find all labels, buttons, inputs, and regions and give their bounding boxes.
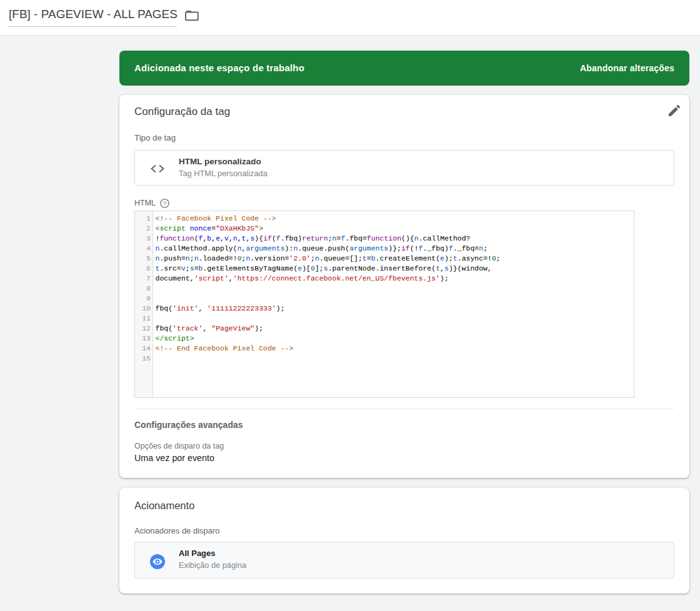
svg-text:?: ? bbox=[162, 200, 166, 207]
